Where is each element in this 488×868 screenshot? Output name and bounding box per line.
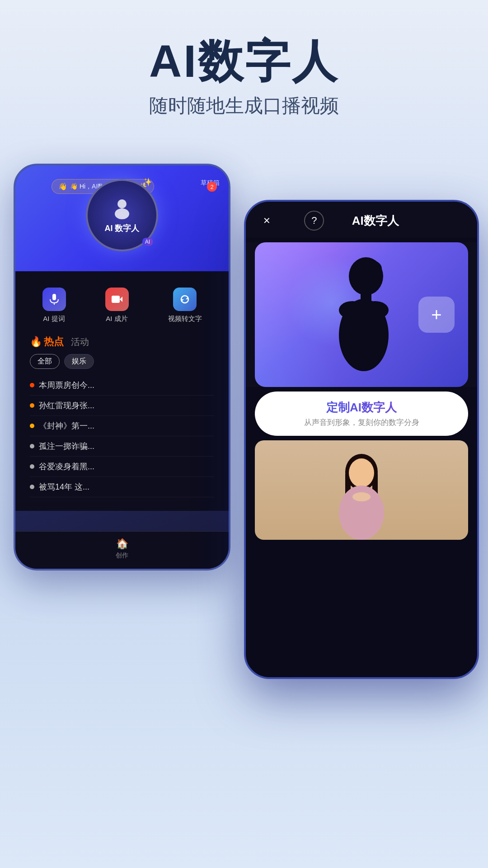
phones-area: 👋 👋 Hi，AI数字人上线啦 ✨ 草稿箱 2 ✂ 开始创作 ✨: [0, 137, 488, 824]
back-bottom-nav: 🏠 创作: [15, 531, 229, 569]
customize-btn-text: 定制AI数字人: [263, 400, 460, 415]
close-button[interactable]: ✕: [257, 211, 277, 231]
ai-chip-circle: AI: [142, 237, 153, 246]
svg-point-1: [115, 208, 129, 219]
page-title: AI数字人: [0, 36, 488, 86]
video-icon: [111, 293, 123, 306]
help-button[interactable]: ?: [304, 211, 324, 231]
create-nav-btn[interactable]: 🏠 创作: [116, 538, 128, 560]
teleprompter-icon: [42, 288, 66, 311]
topics-section: 🔥 热点 活动 全部 娱乐: [23, 330, 221, 502]
back-phone-body: AI 提词 AI 成片: [15, 271, 229, 511]
front-content: +: [246, 242, 477, 387]
film-label: AI 成片: [106, 315, 127, 323]
help-icon: ?: [311, 215, 317, 226]
bullet-4: [30, 444, 34, 448]
convert-icon: [173, 288, 197, 311]
svg-point-0: [117, 199, 127, 208]
topic-text-2: 孙红雷现身张...: [39, 400, 94, 411]
bullet-1: [30, 383, 34, 387]
video-to-text[interactable]: 视频转文字: [168, 288, 202, 323]
filter-entertainment[interactable]: 娱乐: [64, 354, 94, 369]
topic-item[interactable]: 孙红雷现身张...: [30, 396, 214, 416]
ai-person-label: AI 数字人: [104, 223, 139, 234]
ai-person-circle[interactable]: ✨ AI AI 数字人: [86, 179, 158, 251]
presenter-figure: [316, 445, 407, 540]
topic-item[interactable]: 孤注一掷诈骗...: [30, 436, 214, 457]
teleprompter-label: AI 提词: [43, 315, 65, 323]
svg-point-20: [352, 492, 371, 501]
page-subtitle: 随时随地生成口播视频: [0, 93, 488, 118]
person-icon: [111, 197, 133, 219]
plus-icon: +: [431, 306, 441, 324]
topic-item[interactable]: 《封神》第一...: [30, 416, 214, 436]
svg-point-13: [361, 301, 389, 319]
front-phone: ✕ ? AI数字人: [244, 200, 479, 679]
home-icon: 🏠: [116, 538, 128, 550]
film-icon: [105, 288, 129, 311]
sparkle-top: ✨: [142, 177, 152, 187]
customize-btn-sub: 从声音到形象，复刻你的数字分身: [263, 417, 460, 428]
svg-point-11: [355, 259, 382, 278]
topic-text-4: 孤注一掷诈骗...: [39, 441, 94, 452]
svg-point-17: [349, 458, 374, 487]
svg-marker-5: [120, 297, 122, 302]
ai-teleprompter[interactable]: AI 提词: [42, 288, 66, 323]
presenter-card: [255, 440, 468, 540]
topic-text-3: 《封神》第一...: [39, 420, 94, 431]
refresh-icon: [178, 293, 191, 306]
front-title: AI数字人: [352, 213, 399, 229]
male-silhouette: [316, 247, 407, 382]
draft-badge: 2: [207, 182, 217, 192]
filter-ent-label: 娱乐: [72, 357, 86, 365]
avatar-showcase: +: [255, 242, 468, 387]
header: AI数字人 随时随地生成口播视频: [0, 0, 488, 137]
add-avatar-btn[interactable]: +: [418, 297, 455, 333]
bullet-5: [30, 464, 34, 469]
topics-nav: 🔥 热点 活动: [30, 335, 214, 349]
feature-row: AI 提词 AI 成片: [23, 280, 221, 330]
svg-rect-2: [52, 294, 56, 300]
topic-item[interactable]: 本周票房创今...: [30, 375, 214, 396]
hot-label: 热点: [44, 335, 64, 349]
wave-icon: 👋: [58, 182, 67, 191]
activity-label: 活动: [71, 337, 89, 347]
topic-text-5: 谷爱凌身着黑...: [39, 461, 94, 472]
topic-item[interactable]: 被骂14年 这...: [30, 477, 214, 497]
close-icon: ✕: [263, 215, 271, 226]
back-phone: 👋 👋 Hi，AI数字人上线啦 ✨ 草稿箱 2 ✂ 开始创作 ✨: [14, 164, 230, 571]
topic-item[interactable]: 谷爱凌身着黑...: [30, 457, 214, 477]
bullet-3: [30, 424, 34, 428]
topic-text-6: 被骂14年 这...: [39, 481, 89, 492]
hot-tab[interactable]: 🔥 热点: [30, 335, 64, 349]
convert-label: 视频转文字: [168, 315, 202, 323]
topic-text-1: 本周票房创今...: [39, 380, 94, 391]
activity-tab[interactable]: 活动: [71, 336, 89, 348]
create-nav-label: 创作: [116, 552, 128, 560]
svg-rect-4: [112, 296, 120, 303]
bullet-2: [30, 403, 34, 408]
filter-row: 全部 娱乐: [30, 354, 214, 369]
ai-film[interactable]: AI 成片: [105, 288, 129, 323]
customize-btn[interactable]: 定制AI数字人 从声音到形象，复刻你的数字分身: [255, 392, 468, 436]
filter-all-label: 全部: [38, 357, 52, 365]
fire-icon: 🔥: [30, 336, 42, 348]
bullet-6: [30, 485, 34, 489]
filter-all[interactable]: 全部: [30, 354, 60, 369]
mic-icon: [48, 293, 61, 306]
front-phone-header: ✕ ? AI数字人: [246, 202, 477, 238]
